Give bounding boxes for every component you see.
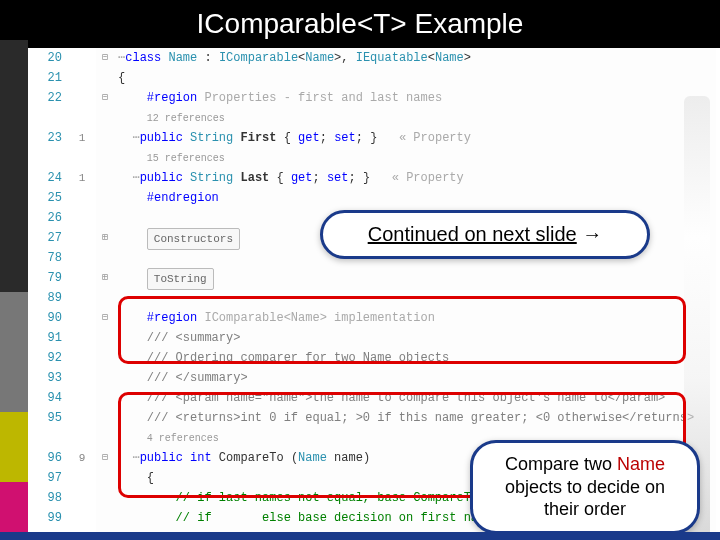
codelens-count (68, 348, 96, 368)
line-number: 89 (28, 288, 62, 308)
fold-toggle (96, 148, 114, 168)
codelens-count (68, 148, 96, 168)
line-number: 23 (28, 128, 62, 148)
fold-column: ⊟⊟⊞⊞⊟⊟ (96, 48, 114, 532)
codelens-count (68, 288, 96, 308)
fold-toggle[interactable]: ⊟ (96, 448, 114, 468)
codelens-count (68, 408, 96, 428)
codelens-count (68, 468, 96, 488)
fold-toggle (96, 208, 114, 228)
slide: IComparable<T> Example 20212223242526277… (0, 0, 720, 540)
fold-toggle[interactable]: ⊞ (96, 228, 114, 248)
fold-toggle[interactable]: ⊟ (96, 48, 114, 68)
fold-toggle (96, 68, 114, 88)
codelens-count: 9 (68, 448, 96, 468)
code-line: #region Properties - first and last name… (118, 88, 716, 108)
line-number: 79 (28, 268, 62, 288)
codelens-count (68, 248, 96, 268)
codelens-count (68, 308, 96, 328)
codelens-count (68, 428, 96, 448)
fold-toggle (96, 128, 114, 148)
fold-toggle (96, 468, 114, 488)
codelens-count (68, 188, 96, 208)
code-line: 12 references (118, 108, 716, 128)
codelens-count (68, 68, 96, 88)
codelens-count (68, 488, 96, 508)
line-number: 96 (28, 448, 62, 468)
codelens-gutter: 119 (68, 48, 96, 532)
line-number (28, 428, 62, 448)
codelens-count (68, 388, 96, 408)
line-number: 93 (28, 368, 62, 388)
line-number: 99 (28, 508, 62, 528)
codelens-count (68, 228, 96, 248)
codelens-count (68, 368, 96, 388)
footer-bar (0, 532, 720, 540)
codelens-count (68, 268, 96, 288)
fold-toggle (96, 108, 114, 128)
line-number: 98 (28, 488, 62, 508)
fold-toggle (96, 428, 114, 448)
code-line: #endregion (118, 188, 716, 208)
line-number: 78 (28, 248, 62, 268)
line-number: 24 (28, 168, 62, 188)
line-number: 91 (28, 328, 62, 348)
fold-toggle (96, 388, 114, 408)
fold-toggle[interactable]: ⊞ (96, 268, 114, 288)
code-line: ⋯public String Last { get; set; } « Prop… (118, 168, 716, 188)
fold-toggle (96, 328, 114, 348)
line-number (28, 148, 62, 168)
codelens-count: 1 (68, 168, 96, 188)
highlight-doc-comments (118, 296, 686, 364)
fold-toggle (96, 488, 114, 508)
line-number: 95 (28, 408, 62, 428)
slide-title: IComparable<T> Example (0, 0, 720, 48)
line-number: 94 (28, 388, 62, 408)
fold-toggle (96, 288, 114, 308)
code-line: ToString (118, 268, 716, 288)
code-line: ⋯class Name : IComparable<Name>, IEquata… (118, 48, 716, 68)
callout-compare-name: Name (617, 454, 665, 474)
code-line: /// </summary> (118, 368, 716, 388)
codelens-count (68, 88, 96, 108)
codelens-count (68, 48, 96, 68)
codelens-count (68, 108, 96, 128)
line-number: 90 (28, 308, 62, 328)
code-line: { (118, 68, 716, 88)
line-number: 97 (28, 468, 62, 488)
fold-toggle[interactable]: ⊟ (96, 88, 114, 108)
fold-toggle (96, 248, 114, 268)
accent-stripe (0, 40, 28, 532)
code-line: 15 references (118, 148, 716, 168)
callout-continued-text: Continued on next slide (368, 223, 577, 245)
codelens-count (68, 328, 96, 348)
code-line: ⋯public String First { get; set; } « Pro… (118, 128, 716, 148)
callout-compare: Compare two Name objects to decide on th… (470, 440, 700, 534)
line-number: 25 (28, 188, 62, 208)
fold-toggle (96, 348, 114, 368)
codelens-count (68, 508, 96, 528)
fold-toggle (96, 188, 114, 208)
fold-toggle[interactable]: ⊟ (96, 308, 114, 328)
fold-toggle (96, 508, 114, 528)
codelens-count (68, 208, 96, 228)
line-number: 27 (28, 228, 62, 248)
fold-toggle (96, 408, 114, 428)
fold-toggle (96, 368, 114, 388)
callout-continued: Continued on next slide → (320, 210, 650, 259)
line-number: 26 (28, 208, 62, 228)
line-number: 21 (28, 68, 62, 88)
codelens-count: 1 (68, 128, 96, 148)
line-number: 22 (28, 88, 62, 108)
line-number (28, 108, 62, 128)
line-number: 92 (28, 348, 62, 368)
fold-toggle (96, 168, 114, 188)
line-number: 20 (28, 48, 62, 68)
line-number-gutter: 2021222324252627787989909192939495969798… (28, 48, 68, 532)
